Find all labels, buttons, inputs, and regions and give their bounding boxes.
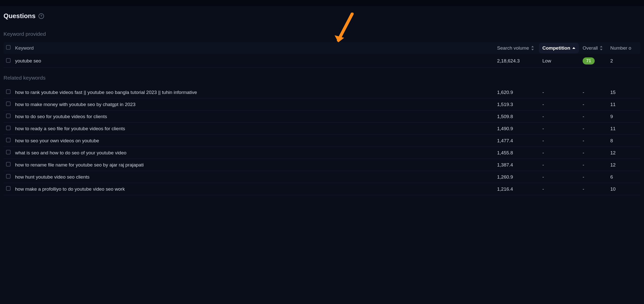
- column-competition-label: Competition: [542, 45, 570, 51]
- overall-cell: -: [583, 90, 610, 95]
- sort-up-icon: [572, 47, 575, 50]
- row-checkbox[interactable]: [6, 89, 11, 94]
- competition-cell: -: [542, 90, 583, 95]
- keyword-cell[interactable]: how to ready a seo file for youtube vide…: [15, 126, 497, 131]
- overall-cell: -: [583, 138, 610, 144]
- section-title-row: Questions ?: [4, 12, 640, 20]
- subsection-related-label: Related keywords: [4, 75, 640, 81]
- related-table: how to rank youtube videos fast || youtu…: [4, 86, 640, 195]
- help-icon[interactable]: ?: [38, 13, 44, 19]
- table-row: how hunt youtube video seo clients1,260.…: [4, 171, 640, 183]
- table-row: how to seo your own videos on youtube1,4…: [4, 135, 640, 147]
- competition-cell: -: [542, 126, 583, 131]
- volume-cell: 1,260.9: [497, 174, 542, 180]
- overall-cell: -: [583, 162, 610, 168]
- column-number[interactable]: Number o: [610, 45, 638, 51]
- overall-cell: 71: [583, 57, 610, 64]
- keyword-cell[interactable]: youtube seo: [15, 58, 497, 64]
- keyword-cell[interactable]: how to make money with youtube seo by ch…: [15, 102, 497, 107]
- row-checkbox[interactable]: [6, 186, 11, 191]
- column-overall-label: Overall: [583, 45, 598, 51]
- competition-cell: -: [542, 150, 583, 156]
- number-cell: 12: [610, 162, 638, 168]
- subsection-provided-label: Keyword provided: [4, 31, 640, 37]
- volume-cell: 1,387.4: [497, 162, 542, 168]
- table-row: what is seo and how to do seo of your yo…: [4, 147, 640, 159]
- main-content: Questions ? Keyword provided Keyword Sea…: [0, 6, 644, 195]
- overall-cell: -: [583, 174, 610, 180]
- keyword-cell[interactable]: how hunt youtube video seo clients: [15, 174, 497, 180]
- row-checkbox[interactable]: [6, 162, 11, 166]
- row-checkbox[interactable]: [6, 174, 11, 179]
- competition-cell: -: [542, 174, 583, 180]
- table-row: youtube seo2,18,624.3Low712: [4, 54, 640, 68]
- column-keyword-label: Keyword: [15, 45, 34, 51]
- table-row: how to make money with youtube seo by ch…: [4, 98, 640, 111]
- competition-cell: -: [542, 114, 583, 119]
- provided-table: Keyword Search volume Competition: [4, 42, 640, 68]
- volume-cell: 1,216.4: [497, 186, 542, 192]
- table-header: Keyword Search volume Competition: [4, 42, 640, 54]
- volume-cell: 1,490.9: [497, 126, 542, 131]
- select-all-checkbox[interactable]: [6, 45, 11, 50]
- competition-cell: -: [542, 186, 583, 192]
- overall-cell: -: [583, 186, 610, 192]
- keyword-cell[interactable]: how to rename file name for youtube seo …: [15, 162, 497, 168]
- row-checkbox[interactable]: [6, 150, 11, 154]
- table-row: how to rename file name for youtube seo …: [4, 159, 640, 171]
- column-keyword[interactable]: Keyword: [15, 45, 497, 51]
- competition-cell: -: [542, 102, 583, 107]
- overall-cell: -: [583, 126, 610, 131]
- top-bar: [0, 0, 644, 6]
- number-cell: 8: [610, 138, 638, 144]
- competition-cell: -: [542, 138, 583, 144]
- keyword-cell[interactable]: how to do seo for youtube videos for cli…: [15, 114, 497, 119]
- keyword-cell[interactable]: how make a profolliyo to do youtube vide…: [15, 186, 497, 192]
- number-cell: 15: [610, 90, 638, 95]
- row-checkbox[interactable]: [6, 126, 11, 130]
- volume-cell: 1,509.8: [497, 114, 542, 119]
- overall-cell: -: [583, 114, 610, 119]
- section-title: Questions: [4, 12, 35, 20]
- table-row: how to rank youtube videos fast || youtu…: [4, 86, 640, 98]
- number-cell: 10: [610, 186, 638, 192]
- table-row: how to do seo for youtube videos for cli…: [4, 111, 640, 123]
- number-cell: 11: [610, 102, 638, 107]
- keyword-cell[interactable]: what is seo and how to do seo of your yo…: [15, 150, 497, 156]
- competition-cell: Low: [542, 58, 583, 64]
- keyword-cell[interactable]: how to seo your own videos on youtube: [15, 138, 497, 144]
- number-cell: 12: [610, 150, 638, 156]
- column-volume-label: Search volume: [497, 45, 529, 51]
- competition-cell: -: [542, 162, 583, 168]
- table-row: how to ready a seo file for youtube vide…: [4, 123, 640, 135]
- volume-cell: 2,18,624.3: [497, 58, 542, 64]
- column-competition[interactable]: Competition: [542, 45, 575, 51]
- volume-cell: 1,477.4: [497, 138, 542, 144]
- row-checkbox[interactable]: [6, 114, 11, 118]
- row-checkbox[interactable]: [6, 58, 11, 63]
- number-cell: 2: [610, 58, 638, 64]
- column-number-label: Number o: [610, 45, 631, 51]
- row-checkbox[interactable]: [6, 102, 11, 106]
- number-cell: 6: [610, 174, 638, 180]
- number-cell: 9: [610, 114, 638, 119]
- overall-cell: -: [583, 150, 610, 156]
- column-overall[interactable]: Overall: [583, 45, 603, 51]
- sort-icon: [600, 46, 603, 50]
- overall-cell: -: [583, 102, 610, 107]
- overall-badge: 71: [583, 57, 595, 64]
- table-row: how make a profolliyo to do youtube vide…: [4, 183, 640, 195]
- number-cell: 11: [610, 126, 638, 131]
- row-checkbox[interactable]: [6, 138, 11, 142]
- volume-cell: 1,455.8: [497, 150, 542, 156]
- volume-cell: 1,620.9: [497, 90, 542, 95]
- volume-cell: 1,519.3: [497, 102, 542, 107]
- sort-icon: [531, 46, 534, 50]
- column-volume[interactable]: Search volume: [497, 45, 542, 51]
- keyword-cell[interactable]: how to rank youtube videos fast || youtu…: [15, 90, 497, 95]
